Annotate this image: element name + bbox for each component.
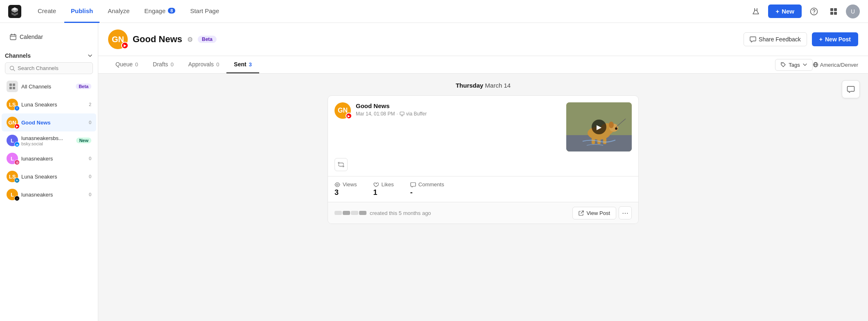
- top-nav: Create Publish Analyze Engage 8 Start Pa…: [0, 0, 868, 23]
- all-channels-item[interactable]: All Channels Beta: [2, 77, 96, 95]
- svg-line-37: [581, 211, 583, 213]
- analyze-tab[interactable]: Analyze: [101, 0, 136, 23]
- footer-right: View Post ⋯: [572, 206, 632, 219]
- post-card: GN ▶ Good News Mar 14, 01:08 PM ·: [328, 95, 639, 224]
- sent-tab[interactable]: Sent 3: [226, 56, 259, 73]
- creator-avatar-group: [335, 211, 366, 215]
- channel-avatar-luna-sneakers-1: LS f: [7, 99, 18, 110]
- channel-beta-badge: Beta: [198, 36, 217, 43]
- repost-icon: [338, 161, 344, 168]
- channel-item-luna-sneakers-1[interactable]: LS f Luna Sneakers 2: [2, 95, 96, 113]
- channel-avatar-good-news: GN ▶: [7, 117, 18, 128]
- nav-tabs: Create Publish Analyze Engage 8 Start Pa…: [31, 0, 226, 23]
- comments-stat: Comments -: [410, 181, 444, 197]
- help-icon-button[interactable]: [807, 4, 821, 19]
- svg-rect-8: [10, 35, 16, 40]
- globe-icon: [813, 62, 818, 68]
- content-area: Thursday March 14 GN ▶ Good N: [98, 74, 868, 321]
- likes-icon: [373, 182, 379, 188]
- repost-button[interactable]: [335, 158, 348, 171]
- channel-item-luna-sneakers-li[interactable]: LS in Luna Sneakers 0: [2, 167, 96, 185]
- calendar-icon: [10, 34, 16, 40]
- view-post-button[interactable]: View Post: [572, 207, 616, 219]
- post-card-inner: GN ▶ Good News Mar 14, 01:08 PM ·: [328, 96, 638, 158]
- approvals-tab[interactable]: Approvals 0: [181, 56, 227, 73]
- channel-item-good-news[interactable]: GN ▶ Good News 0: [2, 113, 96, 131]
- search-channels-input[interactable]: [18, 65, 88, 71]
- tags-button[interactable]: Tags: [775, 59, 812, 71]
- create-tab[interactable]: Create: [31, 0, 63, 23]
- startpage-tab[interactable]: Start Page: [183, 0, 226, 23]
- instagram-badge: ◎: [14, 160, 20, 165]
- creator-info: created this 5 months ago: [335, 210, 431, 216]
- svg-rect-16: [9, 87, 12, 89]
- channels-header[interactable]: Channels: [0, 47, 98, 62]
- drafts-tab[interactable]: Drafts 0: [145, 56, 181, 73]
- channel-item-lunasneakers-tt[interactable]: L ♪ lunasneakers 0: [2, 185, 96, 203]
- chevron-down-icon: [87, 53, 93, 59]
- comment-float: [842, 80, 860, 98]
- feed-container: Thursday March 14 GN ▶ Good N: [98, 74, 868, 321]
- feed: Thursday March 14 GN ▶ Good N: [98, 74, 868, 239]
- svg-point-30: [609, 122, 614, 128]
- post-stats: Views 3 Likes: [328, 176, 638, 202]
- labs-icon-button[interactable]: [748, 4, 763, 19]
- publish-tab[interactable]: Publish: [64, 0, 99, 23]
- bluesky-badge: ☁: [14, 142, 20, 147]
- likes-value: 1: [373, 188, 393, 197]
- channel-avatar-lunasneakers-ig: L ◎: [7, 153, 18, 164]
- tag-icon: [780, 62, 786, 68]
- timezone-display: America/Denver: [813, 62, 858, 68]
- svg-point-36: [337, 184, 338, 185]
- more-options-button[interactable]: ⋯: [619, 206, 632, 219]
- channel-settings-button[interactable]: ⚙: [187, 36, 193, 43]
- help-icon: [810, 7, 818, 16]
- nav-right: + New U: [748, 4, 860, 19]
- search-icon: [9, 66, 15, 71]
- post-author-avatar: GN ▶: [335, 102, 351, 119]
- channel-header: GN ▶ Good News ⚙ Beta Share Feedback + N…: [98, 23, 868, 56]
- buffer-logo-icon: [8, 5, 21, 18]
- facebook-badge: f: [14, 106, 20, 111]
- engage-count-badge: 8: [168, 8, 175, 14]
- linkedin-badge: in: [14, 178, 20, 183]
- svg-point-2: [811, 8, 818, 15]
- svg-line-13: [14, 69, 15, 71]
- date-header: Thursday March 14: [108, 82, 858, 89]
- search-channels-box[interactable]: [5, 62, 93, 74]
- channel-item-lunasneakers-ig[interactable]: L ◎ lunasneakers 0: [2, 149, 96, 167]
- post-header: Good News: [356, 102, 561, 109]
- sidebar-calendar[interactable]: Calendar: [5, 29, 93, 44]
- post-meta-line: Mar 14, 01:08 PM · via Buffer: [356, 111, 561, 117]
- svg-point-3: [814, 13, 814, 14]
- apps-icon-button[interactable]: [826, 4, 841, 19]
- external-link-icon: [579, 210, 584, 216]
- views-icon: [335, 182, 340, 188]
- channel-avatar-lunasneakers-tt: L ♪: [7, 189, 18, 200]
- comment-button[interactable]: [842, 80, 860, 98]
- share-feedback-button[interactable]: Share Feedback: [744, 32, 807, 46]
- content-wrapper: GN ▶ Good News ⚙ Beta Share Feedback + N…: [98, 23, 868, 321]
- channel-item-lunasneakersbs[interactable]: L ☁ lunasneakersbs... bsky.social New: [2, 131, 96, 149]
- engage-tab[interactable]: Engage 8: [138, 0, 182, 23]
- post-body: Good News Mar 14, 01:08 PM ·: [356, 102, 561, 151]
- feedback-icon: [750, 36, 756, 43]
- post-youtube-badge: ▶: [346, 113, 352, 119]
- svg-rect-17: [13, 87, 15, 89]
- channel-header-youtube-badge: ▶: [121, 42, 129, 49]
- channel-header-avatar: GN ▶: [108, 29, 128, 49]
- user-avatar[interactable]: U: [846, 5, 860, 18]
- svg-rect-32: [592, 138, 595, 144]
- svg-rect-5: [834, 8, 837, 11]
- svg-point-18: [782, 63, 783, 64]
- svg-rect-4: [830, 8, 833, 11]
- new-button[interactable]: + New: [768, 5, 802, 18]
- likes-stat: Likes 1: [373, 181, 393, 197]
- queue-tab[interactable]: Queue 0: [108, 56, 145, 73]
- new-post-button[interactable]: + New Post: [812, 32, 858, 46]
- svg-rect-15: [13, 84, 15, 86]
- video-play-button[interactable]: ▶: [592, 120, 606, 134]
- svg-rect-34: [603, 138, 606, 144]
- computer-icon: [400, 111, 405, 116]
- sidebar: Calendar Channels All Channels Beta: [0, 23, 98, 321]
